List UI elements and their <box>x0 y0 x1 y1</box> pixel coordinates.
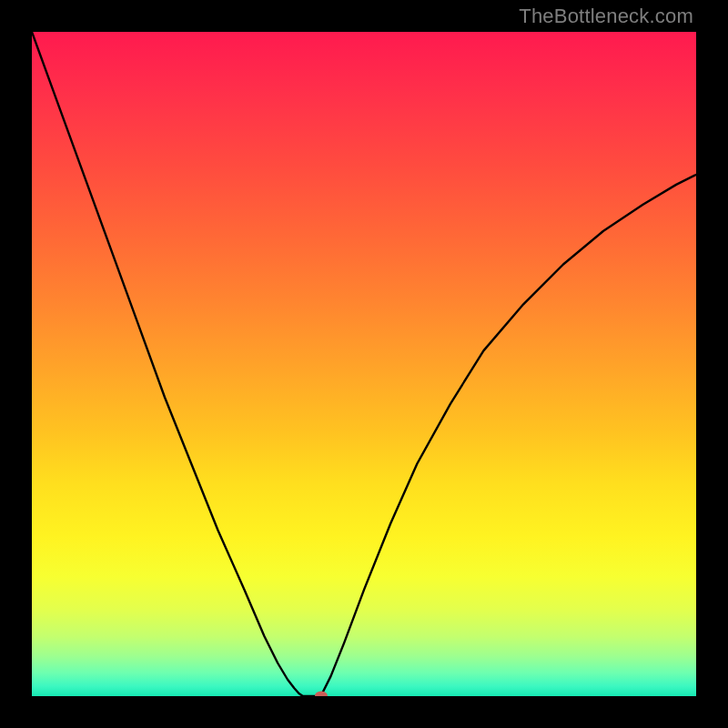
bottleneck-curve <box>32 32 696 696</box>
curve-layer <box>32 32 696 696</box>
chart-frame: TheBottleneck.com <box>0 0 728 728</box>
watermark-text: TheBottleneck.com <box>519 5 693 28</box>
plot-area <box>32 32 696 696</box>
optimal-point-marker <box>315 692 328 697</box>
